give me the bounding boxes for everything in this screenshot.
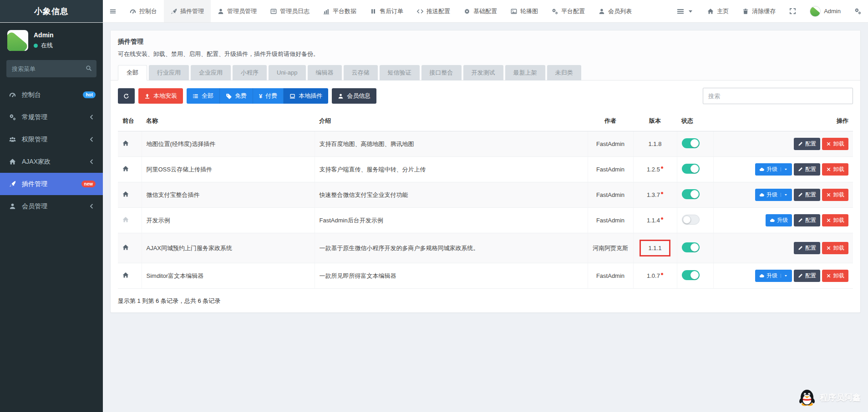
- config-button[interactable]: 配置: [794, 242, 820, 254]
- bars-icon: [677, 8, 684, 15]
- pencil-icon: [798, 273, 803, 278]
- uninstall-button[interactable]: 卸载: [822, 270, 848, 282]
- nav-home[interactable]: 主页: [700, 0, 736, 22]
- status-toggle[interactable]: [682, 215, 700, 225]
- tab-5[interactable]: 编辑器: [308, 65, 342, 80]
- user-icon: [338, 93, 344, 99]
- watermark: 程序员阿鑫: [798, 388, 861, 407]
- status-toggle[interactable]: [682, 164, 700, 174]
- upgrade-button[interactable]: 升级: [755, 189, 792, 201]
- online-dot-icon: [34, 44, 38, 48]
- uninstall-button[interactable]: 卸载: [822, 189, 848, 201]
- nav-item-2[interactable]: 管理员管理: [211, 0, 264, 22]
- nav-settings[interactable]: [848, 0, 868, 22]
- nav-menu-dropdown[interactable]: [670, 0, 700, 22]
- tab-4[interactable]: Uni-app: [269, 65, 306, 80]
- config-button[interactable]: 配置: [794, 214, 820, 226]
- upgrade-button[interactable]: 升级: [755, 270, 792, 282]
- uninstall-button[interactable]: 卸载: [822, 163, 848, 176]
- sidebar-item-1[interactable]: 常规管理: [0, 106, 103, 128]
- sidebar: Admin 在线 控制台hot常规管理权限管理AJAX家政插件管理new会员管理: [0, 23, 103, 412]
- user-icon: [218, 8, 224, 15]
- nav-item-1[interactable]: 插件管理: [164, 0, 211, 22]
- avatar: [7, 30, 28, 51]
- member-info-button[interactable]: 会员信息: [332, 88, 376, 104]
- tab-9[interactable]: 开发测试: [463, 65, 503, 80]
- chart-icon: [323, 8, 330, 15]
- nav-item-7[interactable]: 基础配置: [457, 0, 504, 22]
- config-button[interactable]: 配置: [794, 163, 820, 176]
- home-icon: [122, 166, 129, 172]
- version-text: 1.2.5: [647, 166, 660, 173]
- status-toggle[interactable]: [682, 242, 700, 252]
- watermark-text: 程序员阿鑫: [820, 392, 861, 403]
- tab-6[interactable]: 云存储: [344, 65, 378, 80]
- tab-8[interactable]: 接口整合: [421, 65, 462, 80]
- nav-item-label: 基础配置: [473, 7, 497, 15]
- x-icon: [826, 218, 831, 223]
- config-button[interactable]: 配置: [794, 270, 820, 282]
- column-header-1: 名称: [142, 111, 315, 131]
- rocket-icon: [8, 181, 16, 187]
- nav-item-label: 插件管理: [180, 7, 204, 15]
- local-install-button[interactable]: 本地安装: [138, 88, 183, 104]
- nav-item-10[interactable]: 会员列表: [592, 0, 639, 22]
- sidebar-item-2[interactable]: 权限管理: [0, 128, 103, 151]
- tab-0[interactable]: 全部: [118, 65, 147, 80]
- nav-item-9[interactable]: 平台配置: [545, 0, 592, 22]
- tab-11[interactable]: 未归类: [547, 65, 581, 80]
- uninstall-label: 卸载: [833, 166, 844, 173]
- status-toggle[interactable]: [682, 270, 700, 280]
- sidebar-item-5[interactable]: 会员管理: [0, 195, 103, 217]
- nav-clear-cache[interactable]: 清除缓存: [736, 0, 782, 22]
- uninstall-button[interactable]: 卸载: [822, 138, 848, 150]
- sidebar-toggle-button[interactable]: [103, 0, 123, 22]
- nav-user-dropdown[interactable]: Admin: [803, 0, 848, 22]
- filter-button-2[interactable]: ¥付费: [253, 88, 284, 104]
- nav-item-4[interactable]: 平台数据: [316, 0, 363, 22]
- plugin-search-input[interactable]: [703, 88, 853, 104]
- filter-button-3[interactable]: 本地插件: [284, 88, 328, 104]
- tab-10[interactable]: 最新上架: [505, 65, 545, 80]
- config-button[interactable]: 配置: [794, 138, 820, 150]
- sidebar-item-0[interactable]: 控制台hot: [0, 84, 103, 106]
- upgrade-button[interactable]: 升级: [766, 214, 792, 226]
- uninstall-button[interactable]: 卸载: [822, 214, 848, 226]
- nav-fullscreen[interactable]: [782, 0, 803, 22]
- log-icon: [270, 8, 277, 15]
- nav-item-0[interactable]: 控制台: [123, 0, 164, 22]
- nav-item-3[interactable]: 管理员日志: [264, 0, 316, 22]
- sidebar-badge-hot: hot: [83, 91, 96, 98]
- main-content[interactable]: 插件管理 可在线安装、卸载、禁用、启用、配置、升级插件，插件升级前请做好备份。 …: [103, 23, 868, 412]
- filter-button-0[interactable]: 全部: [187, 88, 220, 104]
- sidebar-item-4[interactable]: 插件管理new: [0, 173, 103, 195]
- sidebar-badge-new: new: [81, 181, 96, 187]
- tab-3[interactable]: 小程序: [233, 65, 267, 80]
- status-toggle[interactable]: [682, 138, 700, 148]
- bars-icon: [110, 8, 116, 15]
- chevron-left-icon: [87, 203, 96, 210]
- nav-item-5[interactable]: 售后订单: [363, 0, 410, 22]
- fullscreen-icon: [789, 8, 796, 15]
- config-button[interactable]: 配置: [794, 189, 820, 201]
- nav-item-6[interactable]: 推送配置: [410, 0, 457, 22]
- refresh-button[interactable]: [118, 88, 135, 104]
- sidebar-item-3[interactable]: AJAX家政: [0, 151, 103, 173]
- nav-item-label: 轮播图: [520, 7, 538, 15]
- pencil-icon: [798, 218, 803, 223]
- upload-icon: [144, 93, 150, 99]
- menu-search-input[interactable]: [6, 60, 96, 77]
- uninstall-label: 卸载: [833, 244, 844, 252]
- rocket-icon: [171, 8, 177, 15]
- filter-button-1[interactable]: 免费: [220, 88, 253, 104]
- tab-2[interactable]: 企业应用: [191, 65, 231, 80]
- tab-7[interactable]: 短信验证: [380, 65, 420, 80]
- tab-1[interactable]: 行业应用: [149, 65, 189, 80]
- nav-item-8[interactable]: 轮播图: [504, 0, 545, 22]
- home-icon: [707, 8, 714, 15]
- uninstall-button[interactable]: 卸载: [822, 242, 848, 254]
- gear-icon: [464, 8, 470, 15]
- uninstall-label: 卸载: [833, 191, 844, 199]
- status-toggle[interactable]: [682, 189, 700, 199]
- upgrade-button[interactable]: 升级: [755, 163, 792, 176]
